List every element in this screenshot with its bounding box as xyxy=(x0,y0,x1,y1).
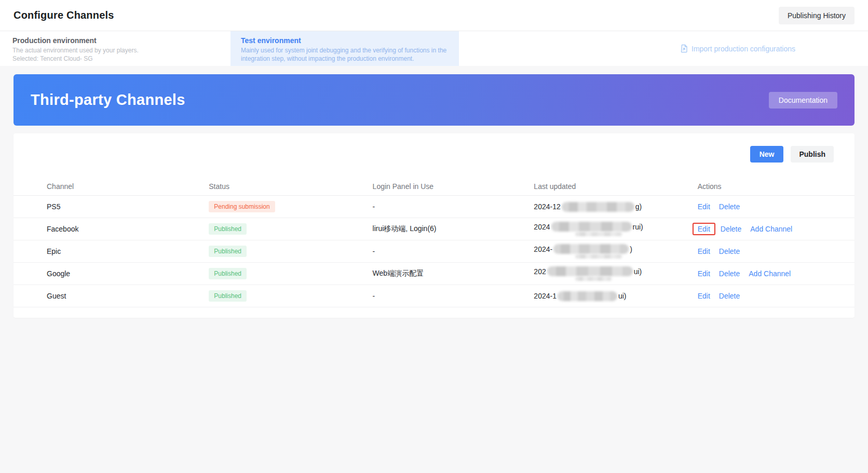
last-updated-cell: 202ui) xyxy=(534,266,697,281)
add-channel-link[interactable]: Add Channel xyxy=(750,225,792,233)
table-body: PS5Pending submission-2024-12g)EditDelet… xyxy=(13,196,855,307)
status-badge: Published xyxy=(209,290,247,302)
actions-cell: EditDelete xyxy=(698,202,834,211)
main-content: Third-party Channels Documentation New P… xyxy=(0,66,868,318)
column-header-last-updated: Last updated xyxy=(534,182,697,191)
table-row: GooglePublishedWeb端演示配置202ui)EditDeleteA… xyxy=(13,263,855,285)
redacted-blur xyxy=(547,266,633,276)
table-row: PS5Pending submission-2024-12g)EditDelet… xyxy=(13,196,855,218)
date-prefix: 2024-1 xyxy=(534,292,557,300)
redacted-blur xyxy=(558,291,617,301)
edit-link[interactable]: Edit xyxy=(698,292,710,300)
production-environment-desc-1: The actual environment used by your play… xyxy=(12,46,218,55)
date-suffix: ui) xyxy=(618,292,627,300)
date-suffix: ui) xyxy=(634,267,642,276)
new-button[interactable]: New xyxy=(750,146,784,163)
test-environment-desc-2: integration step, without impacting the … xyxy=(241,55,449,63)
redacted-blur xyxy=(553,244,629,254)
column-header-channel: Channel xyxy=(47,182,209,191)
table-row: GuestPublished-2024-1ui)EditDelete xyxy=(13,285,855,307)
last-updated-cell: 2024rui) xyxy=(534,222,697,236)
column-header-actions: Actions xyxy=(698,182,834,191)
page-title: Configure Channels xyxy=(13,9,114,21)
redacted-blur-wrap xyxy=(575,254,622,259)
delete-link[interactable]: Delete xyxy=(719,247,740,255)
delete-link[interactable]: Delete xyxy=(719,269,740,278)
status-badge: Published xyxy=(209,268,247,279)
actions-cell: EditDelete xyxy=(698,247,834,255)
env-bar-spacer xyxy=(459,31,680,66)
actions-cell: EditDelete xyxy=(698,292,834,300)
table-header-row: Channel Status Login Panel in Use Last u… xyxy=(13,177,855,196)
third-party-channels-banner: Third-party Channels Documentation xyxy=(13,74,855,126)
login-panel-cell: Web端演示配置 xyxy=(373,269,534,278)
date-line: 2024-1ui) xyxy=(534,291,697,301)
date-line: 2024-) xyxy=(534,244,697,254)
channel-name: Guest xyxy=(47,292,209,300)
status-cell: Published xyxy=(209,290,372,302)
date-line: 2024-12g) xyxy=(534,202,697,212)
import-link-label: Import production configurations xyxy=(691,45,795,53)
date-prefix: 2024 xyxy=(534,223,550,231)
channel-name: PS5 xyxy=(47,202,209,211)
card-action-buttons: New Publish xyxy=(13,146,855,163)
redacted-blur xyxy=(562,202,634,212)
redacted-blur-wrap xyxy=(575,232,622,236)
channel-name: Epic xyxy=(47,247,209,255)
channel-name: Google xyxy=(47,269,209,278)
redacted-blur-wrap xyxy=(575,277,612,281)
tab-test-environment[interactable]: Test environment Mainly used for system … xyxy=(230,31,459,66)
edit-link[interactable]: Edit xyxy=(698,225,710,233)
environment-switcher: Production environment The actual enviro… xyxy=(0,31,868,66)
delete-link[interactable]: Delete xyxy=(721,225,741,233)
column-header-login-panel: Login Panel in Use xyxy=(373,182,534,191)
tab-production-environment[interactable]: Production environment The actual enviro… xyxy=(0,31,230,66)
test-environment-title: Test environment xyxy=(241,36,449,45)
date-line: 2024rui) xyxy=(534,222,697,232)
status-cell: Published xyxy=(209,223,372,235)
edit-link[interactable]: Edit xyxy=(698,202,710,211)
status-badge: Published xyxy=(209,246,247,257)
channels-card: New Publish Channel Status Login Panel i… xyxy=(13,133,855,318)
login-panel-cell: - xyxy=(373,247,534,255)
table-row: FacebookPublishedlirui移动端, Login(6)2024r… xyxy=(13,218,855,240)
add-channel-link[interactable]: Add Channel xyxy=(749,269,791,278)
actions-cell: EditDeleteAdd Channel xyxy=(698,225,834,233)
delete-link[interactable]: Delete xyxy=(719,202,740,211)
login-panel-cell: lirui移动端, Login(6) xyxy=(373,224,534,234)
import-document-icon xyxy=(680,44,688,53)
table-row: EpicPublished-2024-)EditDelete xyxy=(13,240,855,263)
login-panel-cell: - xyxy=(373,202,534,211)
date-prefix: 202 xyxy=(534,267,546,276)
date-suffix: rui) xyxy=(633,223,643,231)
publish-button[interactable]: Publish xyxy=(791,146,834,163)
publishing-history-button[interactable]: Publishing History xyxy=(779,7,855,24)
login-panel-cell: - xyxy=(373,292,534,300)
edit-link[interactable]: Edit xyxy=(698,269,710,278)
last-updated-cell: 2024-) xyxy=(534,244,697,259)
date-suffix: g) xyxy=(635,202,642,211)
edit-link[interactable]: Edit xyxy=(698,247,710,255)
topbar: Configure Channels Publishing History xyxy=(0,0,868,31)
date-prefix: 2024-12 xyxy=(534,202,560,211)
delete-link[interactable]: Delete xyxy=(719,292,740,300)
date-line: 202ui) xyxy=(534,266,697,276)
production-environment-selected: Selected: Tencent Cloud- SG xyxy=(12,55,218,63)
status-cell: Pending submission xyxy=(209,201,372,212)
actions-cell: EditDeleteAdd Channel xyxy=(698,269,834,278)
date-prefix: 2024- xyxy=(534,245,552,253)
documentation-button[interactable]: Documentation xyxy=(769,92,837,109)
import-production-configurations-link[interactable]: Import production configurations xyxy=(680,44,795,53)
highlight-box: Edit xyxy=(693,223,715,235)
column-header-status: Status xyxy=(209,182,372,191)
last-updated-cell: 2024-1ui) xyxy=(534,291,697,301)
test-environment-desc-1: Mainly used for system joint debugging a… xyxy=(241,46,449,55)
status-cell: Published xyxy=(209,268,372,279)
status-badge: Pending submission xyxy=(209,201,275,212)
last-updated-cell: 2024-12g) xyxy=(534,202,697,212)
status-badge: Published xyxy=(209,223,247,235)
production-environment-title: Production environment xyxy=(12,36,218,45)
banner-title: Third-party Channels xyxy=(31,91,185,109)
date-suffix: ) xyxy=(630,245,632,253)
status-cell: Published xyxy=(209,246,372,257)
